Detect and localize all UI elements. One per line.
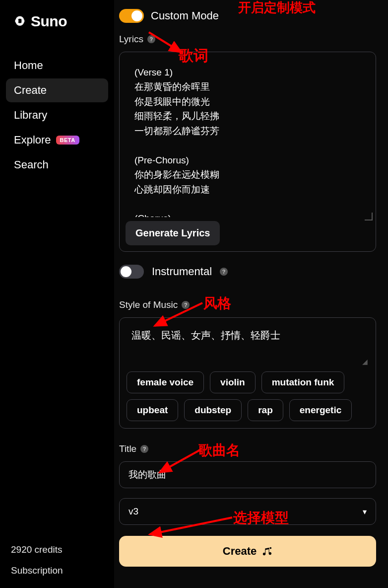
title-label: Title ? <box>119 443 376 454</box>
custom-mode-row: Custom Mode <box>119 9 376 23</box>
lyrics-textarea[interactable] <box>126 58 372 217</box>
nav-library[interactable]: Library <box>6 103 108 127</box>
instrumental-label: Instrumental <box>152 265 212 278</box>
tag-violin[interactable]: violin <box>210 371 256 393</box>
help-icon[interactable]: ? <box>140 445 148 453</box>
tag-dubstep[interactable]: dubstep <box>184 399 242 421</box>
style-label: Style of Music ? <box>119 299 376 310</box>
credits-text: 2920 credits <box>11 544 108 555</box>
create-button[interactable]: Create <box>119 536 376 567</box>
tag-upbeat[interactable]: upbeat <box>127 399 178 421</box>
main-panel: Custom Mode Lyrics ? Generate Lyrics Ins… <box>114 0 388 588</box>
brand-name: Suno <box>31 13 67 30</box>
help-icon[interactable]: ? <box>220 268 228 276</box>
instrumental-row: Instrumental ? <box>119 265 376 279</box>
tag-rap[interactable]: rap <box>248 399 283 421</box>
beta-badge: BETA <box>56 136 79 145</box>
help-icon[interactable]: ? <box>147 35 155 43</box>
custom-mode-label: Custom Mode <box>151 9 219 22</box>
svg-point-1 <box>21 19 25 23</box>
sidebar: Suno Home Create Library Explore BETA Se… <box>0 0 114 588</box>
title-input[interactable] <box>119 461 376 488</box>
custom-mode-toggle[interactable] <box>119 9 144 23</box>
resize-handle[interactable] <box>365 213 373 220</box>
svg-point-2 <box>270 547 272 549</box>
tag-energetic[interactable]: energetic <box>289 399 352 421</box>
music-sparkle-icon <box>261 546 272 557</box>
style-box: ◢ female voice violin mutation funk upbe… <box>119 317 376 429</box>
chevron-down-icon: ▾ <box>363 507 367 516</box>
style-tags: female voice violin mutation funk upbeat… <box>127 371 369 421</box>
nav-create[interactable]: Create <box>6 78 108 102</box>
lyrics-label: Lyrics ? <box>119 34 376 45</box>
nav-explore[interactable]: Explore BETA <box>6 128 108 152</box>
subscription-link[interactable]: Subscription <box>11 565 108 576</box>
generate-lyrics-button[interactable]: Generate Lyrics <box>126 221 220 245</box>
tag-mutation-funk[interactable]: mutation funk <box>261 371 345 393</box>
nav: Home Create Library Explore BETA Search <box>6 54 108 177</box>
lyrics-box: Generate Lyrics <box>119 52 376 252</box>
help-icon[interactable]: ? <box>182 301 190 309</box>
instrumental-toggle[interactable] <box>119 265 144 279</box>
suno-logo-icon <box>13 14 27 28</box>
model-value: v3 <box>129 506 138 517</box>
nav-search[interactable]: Search <box>6 153 108 177</box>
tag-female-voice[interactable]: female voice <box>127 371 204 393</box>
model-select[interactable]: v3 ▾ <box>119 498 376 525</box>
brand-logo[interactable]: Suno <box>6 13 108 30</box>
sidebar-footer: 2920 credits Subscription <box>6 544 108 576</box>
svg-point-0 <box>15 19 18 23</box>
nav-home[interactable]: Home <box>6 54 108 77</box>
style-textarea[interactable] <box>127 325 369 361</box>
